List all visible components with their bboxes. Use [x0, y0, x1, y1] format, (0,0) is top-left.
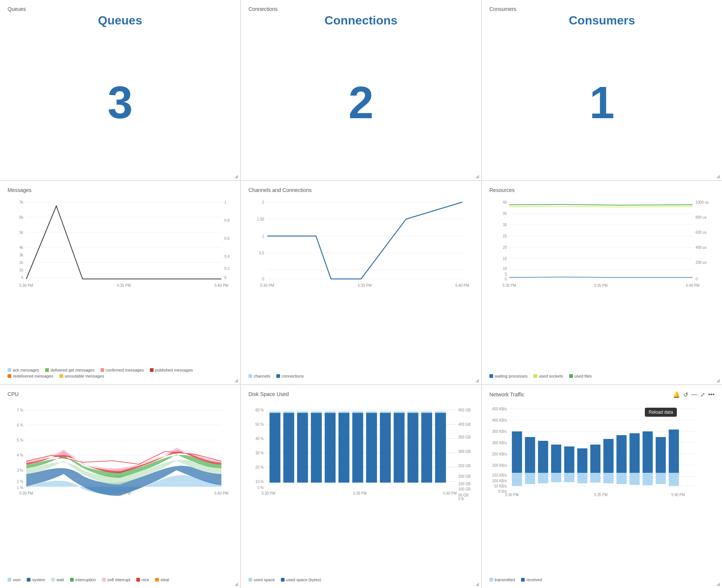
bell-icon[interactable]: 🔔 [673, 391, 680, 398]
legend-label-published: published messages [155, 368, 193, 372]
legend-connections: connections [276, 374, 304, 378]
legend-dot-soft-interrupt [102, 578, 106, 582]
svg-rect-151 [525, 437, 535, 473]
resources-chart: 40 35 30 25 20 15 10 5 0 1000 us 800 us … [489, 195, 714, 370]
svg-rect-155 [551, 445, 561, 473]
svg-rect-170 [643, 473, 653, 485]
legend-dot-nice [136, 578, 140, 582]
resize-handle-7[interactable]: ◢ [235, 581, 238, 586]
resize-handle-4[interactable]: ◢ [235, 378, 238, 383]
svg-rect-108 [325, 411, 336, 413]
legend-label-user: user [13, 577, 21, 582]
svg-text:5:30 PM: 5:30 PM [19, 491, 33, 495]
legend-dot-interruption [70, 578, 74, 582]
legend-transmitted: transmitted [489, 577, 515, 582]
refresh-icon[interactable]: ↺ [683, 391, 688, 398]
svg-rect-121 [421, 413, 432, 483]
legend-sockets: used sockets [533, 374, 563, 378]
disk-chart: 60 % 50 % 40 % 30 % 20 % 10 % 0 % 450 GB… [248, 399, 474, 574]
svg-rect-104 [297, 411, 308, 413]
svg-text:300 KB/s: 300 KB/s [492, 440, 507, 445]
legend-label-nice: nice [142, 577, 149, 582]
network-legend: transmitted received [489, 577, 714, 582]
resize-handle-9[interactable]: ◢ [716, 581, 720, 586]
svg-rect-114 [366, 411, 377, 413]
svg-text:0: 0 [505, 277, 507, 281]
svg-text:0: 0 [262, 277, 264, 281]
svg-text:20 %: 20 % [256, 465, 264, 469]
svg-text:5:35 PM: 5:35 PM [117, 491, 131, 495]
svg-rect-150 [512, 473, 522, 486]
cpu-legend: user system wait interruption soft inter… [8, 577, 233, 582]
queues-title: Queues [8, 6, 233, 12]
legend-dot-steal [155, 578, 159, 582]
consumers-title: Consumers [489, 6, 714, 12]
legend-dot-used-space [248, 578, 252, 582]
legend-label-channels: channels [254, 374, 270, 378]
svg-rect-161 [590, 445, 600, 473]
svg-text:350 GB: 350 GB [458, 435, 471, 439]
svg-rect-115 [380, 413, 391, 483]
resize-handle-5[interactable]: ◢ [475, 378, 479, 383]
svg-rect-100 [270, 411, 280, 413]
legend-dot-wait [51, 578, 55, 582]
resize-handle[interactable]: ◢ [235, 174, 238, 179]
svg-text:0.5: 0.5 [259, 251, 264, 255]
minus-icon[interactable]: — [691, 391, 697, 398]
legend-label-files: used files [574, 374, 592, 378]
resize-handle-8[interactable]: ◢ [475, 581, 479, 586]
svg-rect-166 [617, 473, 627, 484]
legend-received: received [521, 577, 542, 582]
svg-text:50 %: 50 % [256, 422, 264, 426]
svg-text:7k: 7k [19, 200, 23, 204]
legend-delivered: delivered get messages [45, 368, 94, 372]
svg-text:6 %: 6 % [17, 423, 23, 427]
svg-text:5:40 PM: 5:40 PM [215, 491, 228, 495]
svg-rect-99 [270, 413, 280, 483]
legend-dot-system [27, 578, 30, 582]
consumers-label: Consumers [569, 14, 635, 27]
svg-text:600 us: 600 us [696, 230, 707, 235]
resize-handle-3[interactable]: ◢ [716, 174, 720, 179]
svg-rect-168 [629, 473, 640, 485]
legend-label-waiting: waiting processes [495, 374, 527, 378]
svg-text:5:30 PM: 5:30 PM [505, 492, 519, 497]
expand-icon[interactable]: ⤢ [700, 391, 705, 398]
more-icon[interactable]: ••• [708, 391, 714, 398]
messages-panel: Messages 7k 6k 5k 4k 3k 2k 1k 0 1 [0, 181, 240, 384]
svg-rect-118 [394, 411, 405, 413]
legend-label-confirmed: confirmed messages [106, 368, 144, 372]
disk-panel: Disk Space Used 60 % 50 % 40 % 30 % 20 %… [241, 385, 481, 588]
resize-handle-2[interactable]: ◢ [475, 174, 479, 179]
svg-rect-110 [338, 411, 349, 413]
svg-text:400 us: 400 us [696, 245, 707, 250]
legend-used-space-bytes: used space (bytes) [281, 577, 321, 582]
legend-label-ack: ack messages [13, 368, 39, 372]
queues-label: Queues [98, 14, 142, 27]
svg-text:1: 1 [262, 234, 264, 238]
legend-dot-used-space-bytes [281, 578, 285, 582]
svg-rect-119 [407, 413, 418, 483]
dashboard: Queues Queues 3 ◢ Connections Connection… [0, 0, 722, 588]
legend-channels: channels [248, 374, 270, 378]
resources-title: Resources [489, 187, 714, 193]
consumers-value: 1 [589, 30, 615, 174]
resize-handle-6[interactable]: ◢ [716, 378, 720, 383]
svg-rect-156 [551, 473, 561, 482]
connections-label: Connections [324, 14, 398, 27]
svg-text:400 KB/s: 400 KB/s [492, 418, 507, 422]
svg-rect-109 [338, 413, 349, 483]
legend-dot-confirmed [101, 368, 104, 372]
svg-text:1.50: 1.50 [257, 217, 264, 221]
network-title: Network Traffic [489, 391, 670, 398]
legend-label-interruption: interruption [75, 577, 96, 582]
svg-text:0 %: 0 % [257, 485, 264, 489]
svg-rect-152 [525, 473, 535, 484]
network-panel: Network Traffic 🔔 ↺ — ⤢ ••• Reload data … [482, 385, 722, 588]
legend-dot-delivered [45, 368, 49, 372]
svg-text:7 %: 7 % [17, 408, 23, 412]
svg-text:5k: 5k [19, 230, 23, 235]
svg-text:1000 us: 1000 us [696, 200, 708, 204]
svg-rect-101 [283, 413, 294, 483]
svg-text:200 GB: 200 GB [458, 474, 471, 478]
